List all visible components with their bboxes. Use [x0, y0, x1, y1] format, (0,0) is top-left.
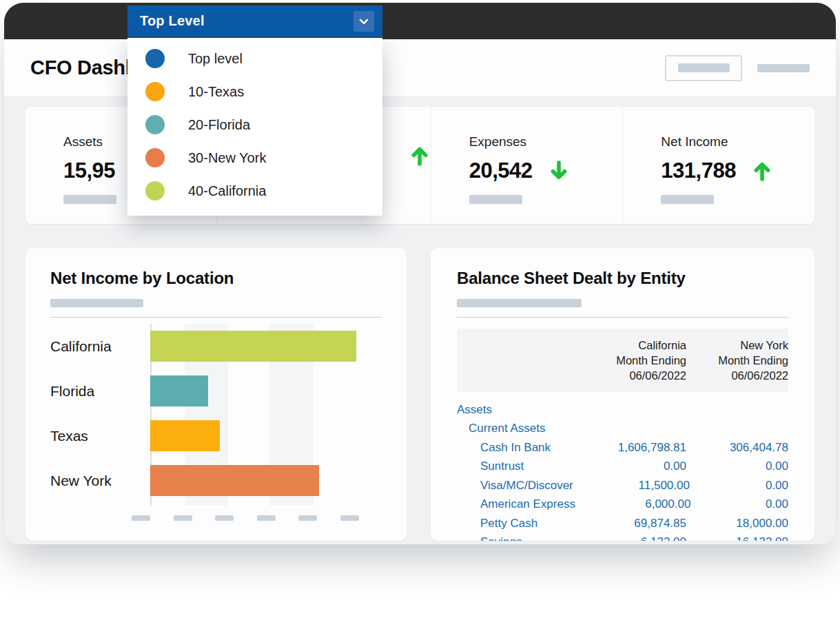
bar-florida[interactable]	[150, 375, 208, 406]
chart-subtitle-placeholder	[50, 299, 143, 307]
dropdown-item-texas[interactable]: 10-Texas	[127, 75, 382, 108]
axis-tick-placeholder	[215, 515, 234, 521]
dropdown-trigger[interactable]: Top Level	[127, 6, 382, 38]
dropdown-item-california[interactable]: 40-California	[127, 174, 382, 207]
amount-california: 69,874.85	[566, 517, 686, 530]
category-label: Florida	[50, 383, 150, 400]
kpi-value: 20,542	[469, 158, 533, 183]
x-axis-tick-placeholders	[132, 515, 359, 530]
dropdown-item-top-level[interactable]: Top level	[127, 42, 382, 75]
column-period-label: Month Ending	[686, 353, 788, 368]
table-row[interactable]: Suntrust 0.00 0.00	[457, 457, 788, 477]
kpi-label: Expenses	[469, 134, 623, 149]
dropdown-panel: Top level 10-Texas 20-Florida 30-New Yor…	[127, 38, 382, 216]
dropdown-item-label: 20-Florida	[188, 117, 250, 133]
trend-up-arrow-icon	[751, 160, 773, 182]
amount-new-york: 0.00	[690, 479, 788, 493]
dropdown-item-label: Top level	[188, 51, 243, 67]
dropdown-item-florida[interactable]: 20-Florida	[127, 108, 382, 141]
net-income-by-location-card: Net Income by Location California Florid…	[25, 248, 407, 541]
amount-california: 6,132.00	[566, 535, 686, 541]
amount-california: 0.00	[566, 460, 686, 473]
account-name-link[interactable]: Suntrust	[457, 460, 566, 473]
category-label: New York	[50, 473, 150, 489]
chevron-down-icon[interactable]	[354, 11, 374, 32]
entity-dropdown: Top Level Top level 10-Texas 20-Florida …	[127, 6, 382, 216]
header-actions	[665, 55, 810, 81]
kpi-value: 131,788	[661, 158, 736, 183]
dropdown-item-new-york[interactable]: 30-New York	[127, 141, 382, 174]
axis-tick-placeholder	[132, 515, 150, 521]
account-name-link[interactable]: Assets	[457, 403, 566, 417]
column-date: 06/06/2022	[686, 368, 788, 383]
table-subtitle-placeholder	[457, 299, 582, 307]
trend-down-arrow-icon	[548, 160, 570, 182]
kpi-caption-placeholder	[469, 195, 522, 204]
bar-track	[150, 331, 382, 362]
account-name-link[interactable]: Cash In Bank	[457, 441, 566, 455]
entity-color-dot	[145, 82, 165, 101]
bar-texas[interactable]	[150, 420, 220, 451]
button-label-placeholder	[678, 63, 730, 72]
table-body: Assets Current Assets Cash In Bank 1,606…	[457, 400, 788, 541]
chart-row-florida: Florida	[50, 369, 382, 413]
dropdown-item-label: 30-New York	[188, 150, 266, 166]
column-region: California	[566, 338, 686, 353]
chart-row-texas: Texas	[50, 413, 382, 458]
column-header-new-york: New York Month Ending 06/06/2022	[686, 338, 788, 383]
amount-new-york: 306,404.78	[686, 441, 788, 455]
table-row[interactable]: Cash In Bank 1,606,798.81 306,404.78	[457, 438, 788, 457]
dropdown-selected-label: Top Level	[140, 13, 205, 29]
divider	[50, 317, 382, 318]
entity-color-dot	[145, 115, 165, 134]
chart-row-california: California	[50, 324, 382, 369]
kpi-card-net-income: Net Income 131,788	[622, 107, 815, 224]
axis-tick-placeholder	[340, 515, 359, 521]
table-header: California Month Ending 06/06/2022 New Y…	[457, 329, 788, 392]
amount-new-york: 16,132.00	[686, 535, 788, 541]
table-row[interactable]: Visa/MC/Discover 11,500.00 0.00	[457, 476, 788, 495]
dropdown-item-label: 40-California	[188, 183, 266, 199]
kpi-caption-placeholder	[63, 195, 116, 204]
bar-track	[150, 375, 382, 406]
header-action-button[interactable]	[665, 55, 742, 81]
chart-title: Net Income by Location	[50, 269, 382, 288]
amount-new-york: 18,000.00	[686, 517, 788, 530]
column-header-california: California Month Ending 06/06/2022	[566, 338, 686, 383]
kpi-card-expenses: Expenses 20,542	[431, 107, 623, 224]
dropdown-item-label: 10-Texas	[188, 84, 244, 100]
screenshot-stage: CFO Dashboard Assets 15,95	[0, 0, 840, 629]
category-label: Texas	[50, 428, 150, 444]
bar-new-york[interactable]	[150, 465, 319, 496]
axis-tick-placeholder	[257, 515, 276, 521]
table-row[interactable]: Current Assets	[457, 420, 788, 439]
table-row[interactable]: Assets	[457, 400, 788, 420]
bar-chart-plot: California Florida Texas New York	[50, 324, 382, 506]
entity-color-dot	[145, 49, 165, 68]
amount-new-york: 0.00	[690, 497, 788, 511]
account-name-link[interactable]: American Express	[457, 497, 575, 511]
column-date: 06/06/2022	[566, 368, 686, 383]
chart-row-new-york: New York	[50, 458, 382, 503]
amount-new-york: 0.00	[686, 460, 788, 473]
account-name-link[interactable]: Savings	[457, 535, 566, 541]
table-row[interactable]: American Express 6,000.00 0.00	[457, 495, 788, 515]
header-text-placeholder	[757, 64, 810, 72]
amount-california: 1,606,798.81	[566, 441, 686, 455]
trend-up-arrow-icon	[409, 145, 431, 167]
entity-color-dot	[145, 181, 165, 200]
divider	[457, 317, 788, 318]
category-label: California	[50, 338, 150, 355]
axis-tick-placeholder	[174, 515, 192, 521]
entity-color-dot	[145, 148, 165, 167]
table-row[interactable]: Savings 6,132.00 16,132.00	[457, 533, 788, 542]
account-name-link[interactable]: Visa/MC/Discover	[457, 479, 573, 493]
table-row[interactable]: Petty Cash 69,874.85 18,000.00	[457, 514, 788, 533]
axis-tick-placeholder	[298, 515, 317, 521]
account-name-link[interactable]: Petty Cash	[457, 517, 566, 530]
account-name-link[interactable]: Current Assets	[457, 422, 566, 435]
widgets-row: Net Income by Location California Florid…	[25, 248, 815, 541]
table-title: Balance Sheet Dealt by Entity	[457, 269, 788, 288]
bar-track	[150, 420, 382, 451]
bar-california[interactable]	[150, 331, 356, 362]
